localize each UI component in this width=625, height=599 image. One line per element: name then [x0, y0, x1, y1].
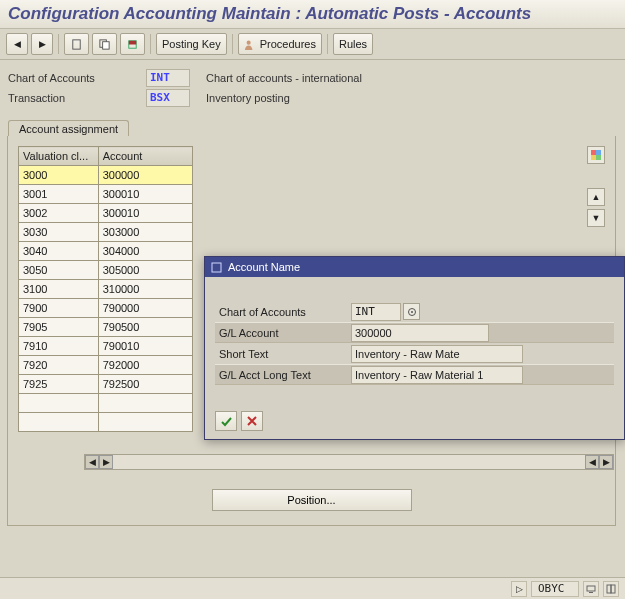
table-row[interactable]: 3030303000 — [19, 223, 193, 242]
table-row[interactable]: 3001300010 — [19, 185, 193, 204]
cross-icon — [246, 415, 258, 427]
table-row[interactable]: 7910790010 — [19, 337, 193, 356]
toolbar: ◀ ▶ Posting Key Procedures Rules — [0, 29, 625, 60]
horizontal-scrollbar[interactable]: ◀ ▶ ◀ ▶ — [84, 454, 614, 470]
status-tcode: OBYC — [531, 581, 579, 597]
dlg-short-label: Short Text — [215, 348, 351, 360]
chart-of-accounts-label: Chart of Accounts — [8, 72, 138, 84]
account-name-dialog: Account Name Chart of Accounts INT G/L A… — [204, 256, 625, 440]
person-icon — [244, 38, 257, 51]
table-row[interactable]: 3002300010 — [19, 204, 193, 223]
col-account[interactable]: Account — [98, 147, 192, 166]
search-help-icon — [407, 307, 417, 317]
dialog-titlebar[interactable]: Account Name — [205, 257, 624, 277]
status-nav-button[interactable] — [583, 581, 599, 597]
divider — [150, 34, 151, 54]
scroll-left-button[interactable]: ◀ — [85, 455, 99, 469]
dlg-gl-label: G/L Account — [215, 327, 351, 339]
table-row[interactable]: 3000300000 — [19, 166, 193, 185]
status-layout-button[interactable] — [603, 581, 619, 597]
page-title: Configuration Accounting Maintain : Auto… — [0, 0, 625, 29]
svg-rect-8 — [591, 155, 596, 160]
status-menu-button[interactable]: ▷ — [511, 581, 527, 597]
transaction-label: Transaction — [8, 92, 138, 104]
copy-button[interactable] — [92, 33, 117, 55]
scroll-left-fast-button[interactable]: ▶ — [99, 455, 113, 469]
chart-of-accounts-desc: Chart of accounts - international — [198, 72, 362, 84]
pc-icon — [586, 584, 596, 594]
search-help-button[interactable] — [403, 303, 420, 320]
svg-rect-2 — [103, 41, 110, 48]
svg-rect-4 — [129, 40, 136, 44]
table-row[interactable]: 7920792000 — [19, 356, 193, 375]
right-tools: ▲ ▼ — [587, 146, 607, 227]
layout-settings-button[interactable] — [587, 146, 605, 164]
dlg-chart-label: Chart of Accounts — [215, 306, 351, 318]
dlg-long-field[interactable]: Inventory - Raw Material 1 — [351, 366, 523, 384]
header-block: Chart of Accounts INT Chart of accounts … — [0, 60, 625, 108]
delete-button[interactable] — [120, 33, 145, 55]
scroll-track[interactable] — [113, 455, 585, 469]
copy-icon — [98, 38, 111, 51]
scroll-top-button[interactable]: ▲ — [587, 188, 605, 206]
svg-rect-9 — [596, 155, 601, 160]
rules-button[interactable]: Rules — [333, 33, 373, 55]
dialog-body: Chart of Accounts INT G/L Account 300000… — [205, 277, 624, 391]
layout-icon — [606, 584, 616, 594]
dlg-chart-field[interactable]: INT — [351, 303, 401, 321]
table-row[interactable]: 3050305000 — [19, 261, 193, 280]
grid-area: Valuation cl... Account 3000300000 30013… — [18, 146, 193, 446]
svg-point-12 — [411, 311, 413, 313]
table-row[interactable]: 3100310000 — [19, 280, 193, 299]
divider — [232, 34, 233, 54]
ok-button[interactable] — [215, 411, 237, 431]
divider — [327, 34, 328, 54]
table-row[interactable]: 7900790000 — [19, 299, 193, 318]
svg-rect-10 — [212, 263, 221, 272]
dlg-long-label: G/L Acct Long Text — [215, 369, 351, 381]
svg-rect-0 — [73, 39, 80, 48]
page-icon — [70, 38, 83, 51]
col-valuation-class[interactable]: Valuation cl... — [19, 147, 99, 166]
table-row[interactable] — [19, 394, 193, 413]
prev-button[interactable]: ◀ — [6, 33, 28, 55]
posting-key-button[interactable]: Posting Key — [156, 33, 227, 55]
svg-point-5 — [246, 40, 250, 44]
table-row[interactable]: 7905790500 — [19, 318, 193, 337]
svg-rect-7 — [596, 150, 601, 155]
window-icon — [211, 262, 222, 273]
cancel-button[interactable] — [241, 411, 263, 431]
table-row[interactable]: 7925792500 — [19, 375, 193, 394]
scroll-right-button[interactable]: ▶ — [599, 455, 613, 469]
table-row[interactable] — [19, 413, 193, 432]
next-button[interactable]: ▶ — [31, 33, 53, 55]
dialog-title-text: Account Name — [228, 261, 300, 273]
procedures-label: Procedures — [260, 38, 316, 50]
grid-color-icon — [590, 149, 602, 161]
delete-icon — [126, 38, 139, 51]
svg-rect-15 — [607, 585, 611, 593]
svg-rect-6 — [591, 150, 596, 155]
divider — [58, 34, 59, 54]
statusbar: ▷ OBYC — [0, 577, 625, 599]
table-row[interactable]: 3040304000 — [19, 242, 193, 261]
svg-rect-13 — [587, 586, 595, 591]
scroll-bottom-button[interactable]: ▼ — [587, 209, 605, 227]
chart-of-accounts-code: INT — [146, 69, 190, 87]
svg-rect-14 — [589, 592, 593, 593]
position-button[interactable]: Position... — [212, 489, 412, 511]
account-grid[interactable]: Valuation cl... Account 3000300000 30013… — [18, 146, 193, 432]
check-icon — [220, 415, 233, 428]
dlg-gl-field[interactable]: 300000 — [351, 324, 489, 342]
new-entries-button[interactable] — [64, 33, 89, 55]
procedures-button[interactable]: Procedures — [238, 33, 322, 55]
dlg-short-field[interactable]: Inventory - Raw Mate — [351, 345, 523, 363]
svg-rect-16 — [611, 585, 615, 593]
transaction-desc: Inventory posting — [198, 92, 290, 104]
scroll-right-fast-button[interactable]: ◀ — [585, 455, 599, 469]
transaction-code: BSX — [146, 89, 190, 107]
